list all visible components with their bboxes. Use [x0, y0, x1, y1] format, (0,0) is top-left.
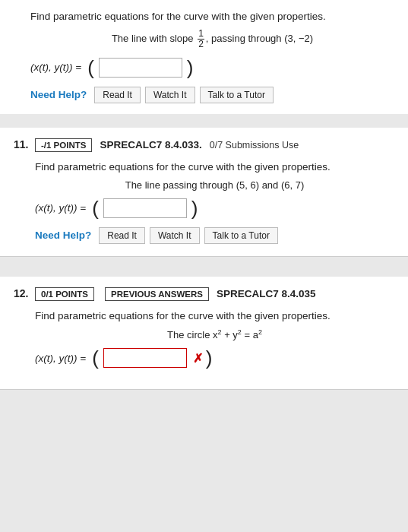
- watch-it-button-top[interactable]: Watch It: [145, 87, 195, 103]
- problem-top-partial: Find parametric equations for the curve …: [0, 0, 408, 114]
- answer-row-11: (x(t), y(t)) = ( ): [35, 198, 394, 218]
- answer-label-top: (x(t), y(t)) =: [30, 62, 81, 73]
- close-paren-top: ): [187, 58, 194, 78]
- problem-11-submissions: 0/7 Submissions Use: [210, 140, 299, 150]
- separator-2: [0, 263, 408, 277]
- error-x-12: ✗: [193, 351, 203, 366]
- answer-input-top[interactable]: [99, 58, 182, 78]
- need-help-row-11: Need Help? Read It Watch It Talk to a Tu…: [35, 227, 394, 244]
- open-paren-12: (: [92, 348, 99, 368]
- problem-12-description: Find parametric equations for the curve …: [35, 309, 394, 324]
- problem-11-header-row: 11. -/1 POINTS SPRECALC7 8.4.033. 0/7 Su…: [14, 138, 394, 244]
- talk-to-tutor-button-top[interactable]: Talk to a Tutor: [200, 87, 274, 103]
- problem-11-sub: The line passing through (5, 6) and (6, …: [35, 179, 394, 191]
- problem-12-points: 0/1 POINTS: [35, 287, 94, 301]
- problem-12-card: 12. 0/1 POINTS PREVIOUS ANSWERS SPRECALC…: [0, 277, 408, 391]
- answer-input-11[interactable]: [103, 198, 187, 218]
- problem-12-content: 0/1 POINTS PREVIOUS ANSWERS SPRECALC7 8.…: [35, 287, 394, 378]
- answer-label-11: (x(t), y(t)) =: [35, 202, 86, 214]
- problem-12-prev-answers: PREVIOUS ANSWERS: [105, 287, 209, 301]
- answer-input-12[interactable]: [103, 348, 187, 368]
- watch-it-button-11[interactable]: Watch It: [150, 227, 200, 244]
- problem-11-id: SPRECALC7 8.4.033.: [100, 139, 201, 150]
- need-help-label-11: Need Help?: [35, 230, 91, 241]
- answer-row-top: (x(t), y(t)) = ( ): [30, 58, 394, 78]
- problem-11-description: Find parametric equations for the curve …: [35, 160, 394, 175]
- open-paren-11: (: [92, 198, 99, 218]
- problem-11-card: 11. -/1 POINTS SPRECALC7 8.4.033. 0/7 Su…: [0, 128, 408, 257]
- problem-12-meta: 0/1 POINTS PREVIOUS ANSWERS SPRECALC7 8.…: [35, 287, 394, 301]
- problem-12-number: 12.: [14, 287, 30, 299]
- talk-to-tutor-button-11[interactable]: Talk to a Tutor: [204, 227, 278, 244]
- problem-11-meta: -/1 POINTS SPRECALC7 8.4.033. 0/7 Submis…: [35, 138, 394, 152]
- need-help-label-top: Need Help?: [30, 89, 87, 100]
- problem-description-top: Find parametric equations for the curve …: [30, 9, 394, 24]
- problem-12-sub: The circle x2 + y2 = a2: [35, 328, 394, 340]
- problem-12-header-row: 12. 0/1 POINTS PREVIOUS ANSWERS SPRECALC…: [14, 287, 394, 378]
- separator-1: [0, 114, 408, 128]
- read-it-button-11[interactable]: Read It: [99, 227, 145, 244]
- problem-11-number: 11.: [14, 138, 30, 150]
- need-help-row-top: Need Help? Read It Watch It Talk to a Tu…: [30, 87, 394, 103]
- close-paren-11: ): [191, 198, 198, 218]
- problem-11-points: -/1 POINTS: [35, 138, 92, 152]
- answer-label-12: (x(t), y(t)) =: [35, 353, 86, 364]
- close-paren-12: ): [206, 348, 213, 368]
- answer-row-12: (x(t), y(t)) = ( ✗ ): [35, 348, 394, 368]
- open-paren-top: (: [87, 58, 94, 78]
- problem-sub-top: The line with slope 12, passing through …: [30, 29, 394, 49]
- problem-11-content: -/1 POINTS SPRECALC7 8.4.033. 0/7 Submis…: [35, 138, 394, 244]
- problem-12-id: SPRECALC7 8.4.035: [217, 288, 316, 299]
- read-it-button-top[interactable]: Read It: [94, 87, 141, 103]
